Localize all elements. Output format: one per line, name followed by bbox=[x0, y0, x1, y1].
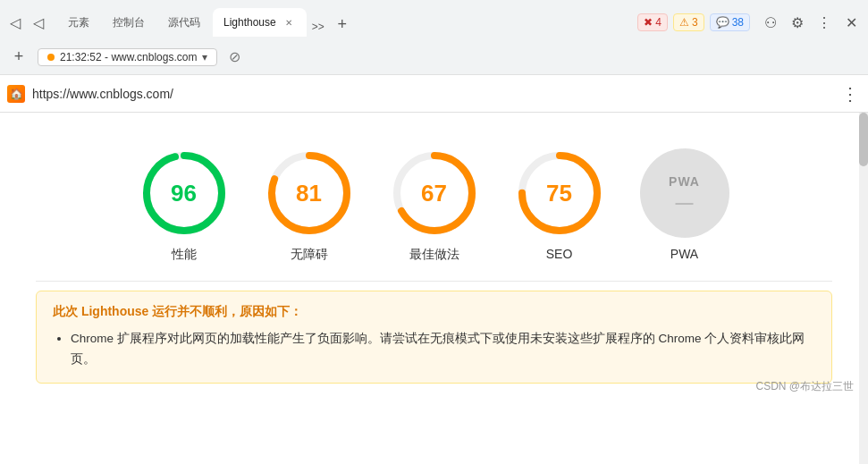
tab-console[interactable]: 控制台 bbox=[102, 8, 156, 37]
toolbar-icons: ⚇ ⚙ ⋮ ✕ bbox=[761, 13, 861, 32]
warning-icon: ⚠ bbox=[679, 16, 689, 29]
back-tab-icon[interactable]: ◁ bbox=[7, 14, 23, 30]
stop-button[interactable]: ⊘ bbox=[224, 47, 244, 67]
scrollbar[interactable] bbox=[859, 113, 868, 464]
tab-list: 元素 控制台 源代码 Lighthouse ✕ >> + bbox=[57, 8, 634, 37]
score-ring-seo: 75 bbox=[515, 148, 604, 238]
info-icon: 💬 bbox=[716, 16, 729, 29]
error-count: 4 bbox=[655, 16, 662, 29]
score-value-performance: 96 bbox=[171, 180, 197, 207]
more-icon[interactable]: ⋮ bbox=[814, 13, 834, 32]
tab-lighthouse[interactable]: Lighthouse ✕ bbox=[213, 8, 307, 37]
warning-count: 3 bbox=[692, 16, 698, 29]
tab-sources[interactable]: 源代码 bbox=[157, 8, 211, 37]
tab-overflow-icon[interactable]: >> bbox=[308, 17, 328, 37]
score-ring-best-practices: 67 bbox=[390, 148, 479, 238]
timestamp-badge: 21:32:52 - www.cnblogs.com ▾ bbox=[38, 48, 217, 66]
score-label-best-practices: 最佳做法 bbox=[409, 247, 459, 263]
tab-elements-label: 元素 bbox=[68, 15, 89, 30]
score-label-pwa: PWA bbox=[670, 247, 698, 261]
score-ring-pwa: PWA — bbox=[640, 148, 729, 238]
address-bar-row: + 21:32:52 - www.cnblogs.com ▾ ⊘ bbox=[0, 39, 868, 75]
score-value-accessibility: 81 bbox=[296, 180, 322, 207]
forward-tab-icon[interactable]: ◁ bbox=[30, 14, 46, 30]
score-value-seo: 75 bbox=[546, 180, 572, 207]
score-best-practices: 67 最佳做法 bbox=[390, 148, 479, 263]
timestamp-dot bbox=[47, 54, 55, 61]
close-window-icon[interactable]: ✕ bbox=[841, 13, 861, 32]
add-tab-button[interactable]: + bbox=[330, 12, 355, 37]
add-nav-button[interactable]: + bbox=[7, 46, 30, 69]
info-badge[interactable]: 💬 38 bbox=[710, 13, 750, 31]
url-bar[interactable]: https://www.cnblogs.com/ bbox=[32, 87, 832, 101]
badge-area: ✖ 4 ⚠ 3 💬 38 bbox=[637, 13, 750, 31]
error-icon: ✖ bbox=[644, 16, 653, 29]
tab-sources-label: 源代码 bbox=[168, 15, 200, 30]
tab-controls: ◁ ◁ bbox=[7, 14, 46, 30]
profile-icon[interactable]: ⚇ bbox=[761, 13, 780, 32]
main-content: 96 性能 81 无障碍 bbox=[0, 113, 868, 401]
info-count: 38 bbox=[732, 16, 744, 29]
url-menu-button[interactable]: ⋮ bbox=[839, 83, 861, 105]
score-ring-performance: 96 bbox=[139, 148, 229, 238]
tab-bar: ◁ ◁ 元素 控制台 源代码 Lighthouse ✕ >> + ✖ bbox=[0, 0, 868, 39]
score-ring-accessibility: 81 bbox=[265, 148, 354, 238]
score-value-best-practices: 67 bbox=[421, 180, 447, 207]
score-label-performance: 性能 bbox=[172, 247, 197, 263]
error-badge[interactable]: ✖ 4 bbox=[637, 13, 668, 31]
settings-icon[interactable]: ⚙ bbox=[788, 13, 807, 32]
pwa-dash: — bbox=[676, 192, 694, 213]
url-row: 🏠 https://www.cnblogs.com/ ⋮ bbox=[0, 75, 868, 113]
score-label-accessibility: 无障碍 bbox=[291, 247, 328, 263]
score-label-seo: SEO bbox=[546, 247, 573, 261]
warning-badge[interactable]: ⚠ 3 bbox=[673, 13, 704, 31]
timestamp-text: 21:32:52 - www.cnblogs.com bbox=[60, 51, 197, 63]
scores-section: 96 性能 81 无障碍 bbox=[36, 131, 832, 272]
warning-box: 此次 Lighthouse 运行并不顺利，原因如下： Chrome 扩展程序对此… bbox=[36, 291, 832, 384]
scrollbar-thumb[interactable] bbox=[859, 113, 868, 166]
score-accessibility: 81 无障碍 bbox=[265, 148, 354, 263]
pwa-label: PWA bbox=[669, 174, 700, 189]
favicon-icon: 🏠 bbox=[7, 85, 25, 103]
score-pwa: PWA — PWA bbox=[640, 148, 729, 261]
warning-body: Chrome 扩展程序对此网页的加载性能产生了负面影响。请尝试在无痕模式下或使用… bbox=[53, 329, 815, 370]
timestamp-dropdown-icon[interactable]: ▾ bbox=[202, 51, 207, 63]
tab-console-label: 控制台 bbox=[113, 15, 145, 30]
tab-elements[interactable]: 元素 bbox=[57, 8, 100, 37]
score-seo: 75 SEO bbox=[515, 148, 604, 261]
footer-credit: CSDN @布达拉三世 bbox=[755, 379, 854, 394]
divider bbox=[36, 281, 832, 282]
tab-lighthouse-label: Lighthouse bbox=[223, 16, 276, 29]
warning-title: 此次 Lighthouse 运行并不顺利，原因如下： bbox=[53, 304, 815, 320]
score-performance: 96 性能 bbox=[139, 148, 229, 263]
warning-item-0: Chrome 扩展程序对此网页的加载性能产生了负面影响。请尝试在无痕模式下或使用… bbox=[71, 329, 815, 370]
tab-lighthouse-close[interactable]: ✕ bbox=[282, 15, 296, 30]
